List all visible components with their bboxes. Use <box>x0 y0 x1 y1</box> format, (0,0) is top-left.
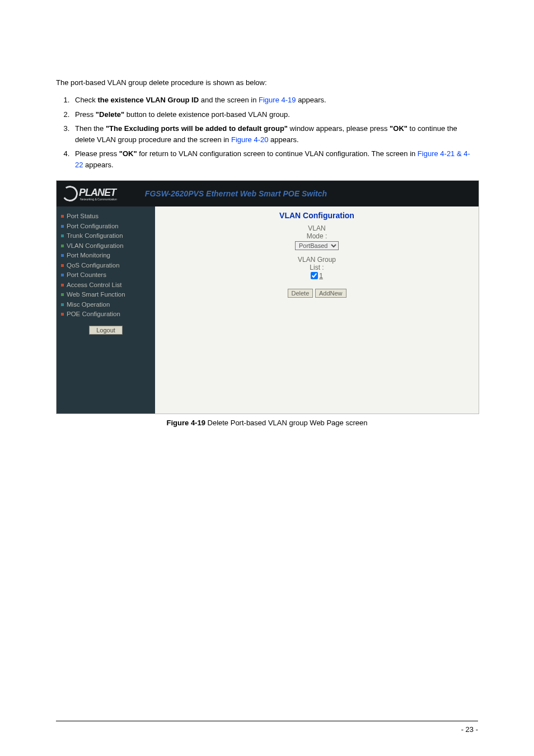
sidebar-item-label: POE Configuration <box>67 310 120 319</box>
brand-logo: PLANET Networking & Communication <box>62 186 117 201</box>
sidebar-item-1[interactable]: Port Configuration <box>61 222 151 231</box>
step-3-link: Figure 4-20 <box>231 135 268 144</box>
main-panel: VLAN Configuration VLAN Mode : PortBased… <box>155 206 479 414</box>
group-label-2: List : <box>155 264 479 271</box>
brand-tagline: Networking & Communication <box>80 198 117 201</box>
group-label-1: VLAN Group <box>155 256 479 264</box>
step-2-bold: "Delete" <box>96 110 124 119</box>
vlan-group-link[interactable]: 1 <box>319 272 323 280</box>
sidebar-item-2[interactable]: Trunk Configuration <box>61 232 151 241</box>
sidebar-item-5[interactable]: QoS Configuration <box>61 261 151 270</box>
sidebar-item-9[interactable]: Misc Operation <box>61 300 151 309</box>
step-4: Please press "OK" for return to VLAN con… <box>72 148 478 170</box>
step-3-a: Then the <box>75 124 106 133</box>
step-4-d: appears. <box>83 161 113 169</box>
sidebar-item-label: Port Configuration <box>67 222 119 231</box>
vlan-group-row: 1 <box>311 272 323 280</box>
steps-list: Check the existence VLAN Group ID and th… <box>56 95 478 170</box>
sidebar-item-label: Web Smart Function <box>67 290 125 299</box>
step-4-c: for return to VLAN configuration screen … <box>137 149 418 158</box>
sidebar-item-8[interactable]: Web Smart Function <box>61 290 151 299</box>
caption-text: Delete Port-based VLAN group Web Page sc… <box>205 419 368 427</box>
step-1-bold: the existence VLAN Group ID <box>97 96 199 104</box>
bullet-icon <box>61 274 64 276</box>
sidebar-item-label: Trunk Configuration <box>67 232 123 241</box>
sidebar-item-6[interactable]: Port Counters <box>61 271 151 280</box>
sidebar: Port StatusPort ConfigurationTrunk Confi… <box>57 206 155 414</box>
sidebar-item-4[interactable]: Port Monitoring <box>61 251 151 260</box>
bullet-icon <box>61 225 64 228</box>
footer-rule <box>56 721 478 721</box>
sidebar-item-label: Misc Operation <box>67 300 110 309</box>
sidebar-item-label: QoS Configuration <box>67 261 120 270</box>
vlan-mode-select[interactable]: PortBased <box>295 241 339 250</box>
sidebar-item-0[interactable]: Port Status <box>61 212 151 221</box>
sidebar-item-label: Access Control List <box>67 281 121 290</box>
panel-title: VLAN Configuration <box>155 211 479 220</box>
bullet-icon <box>61 313 64 316</box>
step-1-link: Figure 4-19 <box>259 96 296 104</box>
page-number: - 23 - <box>461 725 478 734</box>
brand-name: PLANET <box>79 187 117 199</box>
step-3-bold-1: "The Excluding ports will be added to de… <box>106 124 288 133</box>
sidebar-item-label: Port Status <box>67 212 99 221</box>
step-3-c: window appears, please press <box>288 124 390 133</box>
intro-text: The port-based VLAN group delete procedu… <box>56 78 478 87</box>
step-3: Then the "The Excluding ports will be ad… <box>72 123 478 145</box>
bullet-icon <box>61 254 64 257</box>
bullet-icon <box>61 303 64 306</box>
step-2-c: button to delete existence port-based VL… <box>124 110 290 119</box>
mode-label-1: VLAN <box>155 224 479 232</box>
step-3-f: appears. <box>268 135 298 144</box>
embedded-screenshot: PLANET Networking & Communication FGSW-2… <box>56 180 479 414</box>
bullet-icon <box>61 245 64 247</box>
step-1-d: appears. <box>296 96 326 104</box>
vlan-group-checkbox[interactable] <box>311 272 318 279</box>
delete-button[interactable]: Delete <box>288 289 313 298</box>
step-3-bold-2: "OK" <box>390 124 407 133</box>
sidebar-item-7[interactable]: Access Control List <box>61 281 151 290</box>
step-1-c: and the screen in <box>199 96 259 104</box>
bullet-icon <box>61 234 64 237</box>
addnew-button[interactable]: AddNew <box>315 289 346 298</box>
step-4-a: Please press <box>75 149 119 158</box>
header-title: FGSW-2620PVS Ethernet Web Smart POE Swit… <box>145 189 327 198</box>
sidebar-item-label: Port Counters <box>67 271 106 280</box>
step-2-a: Press <box>75 110 96 119</box>
mode-label-2: Mode : <box>155 232 479 240</box>
bullet-icon <box>61 215 64 218</box>
bullet-icon <box>61 264 64 267</box>
sidebar-item-10[interactable]: POE Configuration <box>61 310 151 319</box>
sidebar-item-label: Port Monitoring <box>67 251 110 260</box>
step-2: Press "Delete" button to delete existenc… <box>72 109 478 120</box>
bullet-icon <box>61 293 64 296</box>
logout-button[interactable]: Logout <box>89 326 123 335</box>
sidebar-item-3[interactable]: VLAN Configuration <box>61 242 151 251</box>
caption-figure: Figure 4-19 <box>167 419 205 427</box>
bullet-icon <box>61 284 64 287</box>
figure-caption: Figure 4-19 Delete Port-based VLAN group… <box>56 419 478 427</box>
step-1: Check the existence VLAN Group ID and th… <box>72 95 478 106</box>
step-1-a: Check <box>75 96 97 104</box>
globe-icon <box>61 185 79 203</box>
app-header: PLANET Networking & Communication FGSW-2… <box>57 181 479 206</box>
step-4-bold: "OK" <box>119 149 137 158</box>
sidebar-item-label: VLAN Configuration <box>67 242 124 251</box>
